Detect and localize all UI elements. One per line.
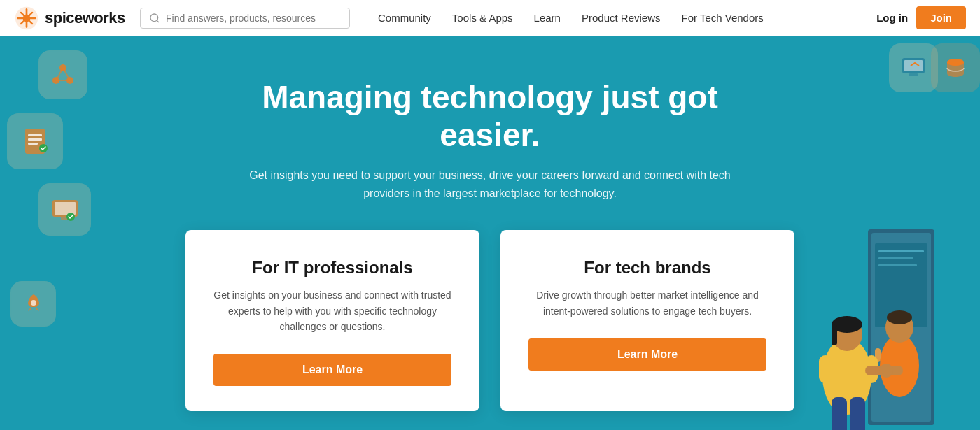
- nav-link-product-reviews[interactable]: Product Reviews: [582, 12, 661, 24]
- database-right-icon-float: [931, 43, 980, 92]
- svg-rect-37: [878, 257, 913, 259]
- svg-point-32: [947, 59, 964, 66]
- svg-point-53: [879, 364, 893, 378]
- svg-point-31: [947, 59, 964, 66]
- svg-rect-19: [28, 134, 42, 136]
- card-it-professionals: For IT professionals Get insights on you…: [186, 230, 479, 411]
- svg-rect-21: [28, 143, 38, 145]
- search-input[interactable]: [166, 13, 341, 24]
- svg-rect-30: [909, 73, 918, 76]
- svg-rect-28: [902, 58, 925, 73]
- svg-rect-46: [819, 355, 832, 383]
- learn-more-tech-button[interactable]: Learn More: [528, 338, 766, 371]
- card1-desc: Get insights on your business and connec…: [214, 287, 451, 334]
- svg-point-51: [887, 310, 912, 324]
- login-button[interactable]: Log in: [876, 12, 908, 24]
- nav-link-learn[interactable]: Learn: [534, 12, 561, 24]
- svg-rect-25: [61, 217, 69, 220]
- svg-rect-36: [878, 250, 924, 252]
- monitor-icon-float: [38, 183, 91, 236]
- monitor-right-icon-float: [889, 43, 938, 92]
- hero-subtitle: Get insights you need to support your bu…: [245, 166, 735, 202]
- document-icon-float: [7, 113, 63, 169]
- network-icon-float: [38, 50, 88, 99]
- svg-rect-18: [25, 129, 45, 154]
- search-bar[interactable]: [140, 8, 350, 29]
- floating-icons-left: [0, 36, 140, 430]
- cards-row: For IT professionals Get insights on you…: [186, 230, 794, 411]
- svg-rect-45: [832, 324, 837, 345]
- card1-title: For IT professionals: [252, 258, 412, 278]
- svg-rect-23: [52, 200, 78, 217]
- svg-point-22: [39, 144, 48, 152]
- nav-links: Community Tools & Apps Learn Product Rev…: [378, 12, 862, 24]
- navbar: spiceworks Community Tools & Apps Learn …: [0, 0, 980, 36]
- svg-rect-24: [55, 202, 76, 215]
- svg-line-11: [157, 20, 159, 22]
- svg-rect-20: [28, 138, 42, 141]
- hero-title: Managing technology just got easier.: [210, 78, 770, 154]
- svg-point-12: [59, 64, 66, 71]
- svg-point-14: [66, 77, 74, 84]
- nav-link-tech-vendors[interactable]: For Tech Vendors: [682, 12, 764, 24]
- nav-link-tools[interactable]: Tools & Apps: [452, 12, 513, 24]
- card2-title: For tech brands: [584, 258, 710, 278]
- nav-link-community[interactable]: Community: [378, 12, 431, 24]
- logo-text: spiceworks: [45, 9, 125, 27]
- svg-rect-38: [878, 264, 917, 266]
- svg-point-26: [66, 213, 75, 221]
- svg-rect-29: [904, 60, 923, 71]
- card-tech-brands: For tech brands Drive growth through bet…: [500, 230, 794, 411]
- logo-area: spiceworks: [14, 6, 126, 31]
- svg-rect-41: [832, 397, 847, 430]
- rocket-icon-float: [10, 281, 56, 327]
- search-icon: [149, 13, 160, 24]
- spiceworks-logo-icon: [14, 6, 39, 31]
- svg-point-10: [150, 14, 158, 22]
- join-button[interactable]: Join: [916, 6, 966, 29]
- person-illustration: [777, 187, 938, 430]
- hero-section: Managing technology just got easier. Get…: [0, 36, 980, 430]
- svg-line-16: [63, 68, 70, 80]
- learn-more-it-button[interactable]: Learn More: [214, 354, 451, 386]
- svg-point-27: [31, 300, 36, 306]
- nav-actions: Log in Join: [876, 6, 966, 29]
- svg-point-13: [52, 77, 59, 84]
- svg-line-15: [56, 68, 63, 80]
- card2-desc: Drive growth through better market intel…: [528, 287, 766, 319]
- svg-rect-42: [850, 397, 865, 430]
